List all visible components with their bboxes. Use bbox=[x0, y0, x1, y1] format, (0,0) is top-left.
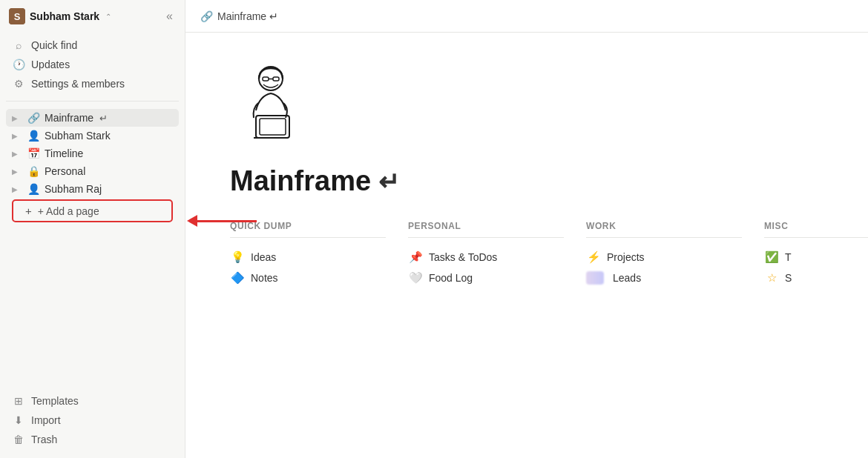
item-label: Leads bbox=[613, 272, 641, 284]
sidebar-bottom: ⊞ Templates ⬇ Import 🗑 Trash bbox=[0, 388, 185, 458]
workspace-name: Subham Stark bbox=[30, 10, 99, 22]
sidebar-item-settings[interactable]: ⚙ Settings & members bbox=[6, 74, 179, 93]
sidebar-bottom-label: Trash bbox=[31, 434, 57, 445]
workspace-info[interactable]: S Subham Stark ⌃ bbox=[9, 8, 111, 24]
add-page-label: + Add a page bbox=[38, 205, 99, 217]
page-icon: 🔗 bbox=[27, 112, 40, 124]
sidebar-nav: ⌕ Quick find 🕐 Updates ⚙ Settings & memb… bbox=[0, 33, 185, 96]
sidebar-page-mainframe[interactable]: ▶ 🔗 Mainframe ↵ bbox=[6, 109, 179, 127]
expand-chevron-icon: ▶ bbox=[12, 185, 22, 193]
misc-check-icon: ✅ bbox=[764, 250, 779, 264]
page-title: Mainframe ↵ bbox=[230, 165, 823, 197]
list-item[interactable]: 🔷 Notes bbox=[230, 268, 386, 288]
workspace-avatar: S bbox=[9, 8, 25, 24]
column-header: Personal bbox=[408, 221, 564, 238]
sidebar-bottom-label: Import bbox=[31, 414, 61, 426]
personal-column: Personal 📌 Tasks & ToDos 🤍 Food Log bbox=[408, 221, 586, 288]
page-icon: 👤 bbox=[27, 183, 40, 195]
list-item[interactable]: 💡 Ideas bbox=[230, 247, 386, 268]
item-label: Notes bbox=[251, 272, 278, 284]
item-label: Ideas bbox=[251, 251, 276, 263]
svg-rect-8 bbox=[260, 119, 286, 135]
main-header: 🔗 Mainframe ↵ bbox=[185, 0, 868, 33]
ideas-icon: 💡 bbox=[230, 250, 245, 264]
quick-dump-column: Quick Dump 💡 Ideas 🔷 Notes bbox=[230, 221, 408, 288]
list-item[interactable]: ✅ T bbox=[764, 247, 868, 268]
sidebar-item-label: Quick find bbox=[31, 39, 77, 51]
sidebar-pages: ▶ 🔗 Mainframe ↵ ▶ 👤 Subham Stark ▶ 📅 Tim… bbox=[0, 106, 185, 388]
search-icon: ⌕ bbox=[12, 39, 25, 51]
page-icon: 👤 bbox=[27, 130, 40, 142]
main-content-area: 🔗 Mainframe ↵ bbox=[185, 0, 868, 458]
blurred-icon bbox=[586, 271, 604, 285]
main-content: Mainframe ↵ Quick Dump 💡 Ideas 🔷 Notes P… bbox=[185, 33, 868, 458]
sidebar-item-label: Updates bbox=[31, 59, 70, 70]
plus-icon: + bbox=[25, 205, 32, 217]
gear-icon: ⚙ bbox=[12, 78, 25, 90]
column-header: Work bbox=[586, 221, 742, 238]
trash-icon: 🗑 bbox=[12, 434, 25, 445]
breadcrumb-page-icon: 🔗 bbox=[200, 10, 213, 22]
sidebar-page-personal[interactable]: ▶ 🔒 Personal bbox=[6, 162, 179, 180]
page-label: Timeline bbox=[45, 147, 83, 159]
item-label: Food Log bbox=[429, 272, 473, 284]
import-icon: ⬇ bbox=[12, 414, 25, 426]
list-item[interactable]: 📌 Tasks & ToDos bbox=[408, 247, 564, 268]
arrow-head-icon bbox=[187, 215, 197, 227]
sidebar-item-quick-find[interactable]: ⌕ Quick find bbox=[6, 36, 179, 55]
sidebar-page-timeline[interactable]: ▶ 📅 Timeline bbox=[6, 145, 179, 162]
notes-icon: 🔷 bbox=[230, 271, 245, 285]
templates-icon: ⊞ bbox=[12, 395, 25, 407]
sidebar-page-subham-stark[interactable]: ▶ 👤 Subham Stark bbox=[6, 127, 179, 145]
food-log-icon: 🤍 bbox=[408, 271, 423, 285]
breadcrumb: Mainframe ↵ bbox=[217, 10, 278, 22]
page-icon: 🔒 bbox=[27, 165, 40, 177]
misc-column: Misc ✅ T ☆ S bbox=[764, 221, 868, 288]
list-item[interactable]: ☆ S bbox=[764, 268, 868, 288]
page-label: Subham Stark bbox=[45, 130, 111, 142]
person-illustration bbox=[230, 62, 823, 150]
sidebar-item-import[interactable]: ⬇ Import bbox=[6, 411, 179, 430]
page-icon: 📅 bbox=[27, 147, 40, 159]
sidebar-item-updates[interactable]: 🕐 Updates bbox=[6, 55, 179, 74]
page-label: Subham Raj bbox=[45, 183, 102, 195]
misc-star-icon: ☆ bbox=[764, 271, 779, 285]
workspace-chevron-icon: ⌃ bbox=[105, 13, 111, 21]
item-label: Tasks & ToDos bbox=[429, 251, 497, 263]
sidebar-collapse-button[interactable]: « bbox=[163, 8, 176, 24]
list-item[interactable]: 🤍 Food Log bbox=[408, 268, 564, 288]
expand-chevron-icon: ▶ bbox=[12, 167, 22, 176]
svg-text:S: S bbox=[14, 11, 21, 22]
sidebar-item-label: Settings & members bbox=[31, 78, 125, 90]
clock-icon: 🕐 bbox=[12, 59, 25, 70]
svg-rect-3 bbox=[263, 77, 269, 81]
svg-rect-4 bbox=[273, 77, 279, 81]
item-label: S bbox=[785, 272, 792, 284]
expand-chevron-icon: ▶ bbox=[12, 150, 22, 158]
column-header: Misc bbox=[764, 221, 868, 238]
page-label: Personal bbox=[45, 165, 85, 177]
add-page-button[interactable]: + + Add a page bbox=[12, 199, 173, 222]
expand-chevron-icon: ▶ bbox=[12, 114, 22, 122]
sidebar-header: S Subham Stark ⌃ « bbox=[0, 0, 185, 33]
return-symbol: ↵ bbox=[99, 113, 108, 124]
item-label: T bbox=[785, 251, 792, 263]
sidebar: S Subham Stark ⌃ « ⌕ Quick find 🕐 Update… bbox=[0, 0, 185, 458]
item-label: Projects bbox=[607, 251, 645, 263]
work-column: Work ⚡ Projects Leads bbox=[586, 221, 764, 288]
arrow-shaft bbox=[197, 220, 257, 222]
sidebar-item-templates[interactable]: ⊞ Templates bbox=[6, 391, 179, 411]
expand-chevron-icon: ▶ bbox=[12, 132, 22, 140]
projects-icon: ⚡ bbox=[586, 250, 601, 264]
sidebar-page-subham-raj[interactable]: ▶ 👤 Subham Raj bbox=[6, 180, 179, 198]
page-title-text: Mainframe bbox=[230, 165, 371, 197]
arrow-indicator bbox=[187, 215, 257, 227]
return-icon: ↵ bbox=[378, 167, 399, 196]
tasks-icon: 📌 bbox=[408, 250, 423, 264]
list-item[interactable]: ⚡ Projects bbox=[586, 247, 742, 268]
sidebar-item-trash[interactable]: 🗑 Trash bbox=[6, 430, 179, 449]
page-label: Mainframe bbox=[45, 112, 93, 124]
columns-grid: Quick Dump 💡 Ideas 🔷 Notes Personal 📌 Ta… bbox=[230, 221, 823, 288]
sidebar-bottom-label: Templates bbox=[31, 395, 79, 407]
list-item[interactable]: Leads bbox=[586, 268, 742, 288]
